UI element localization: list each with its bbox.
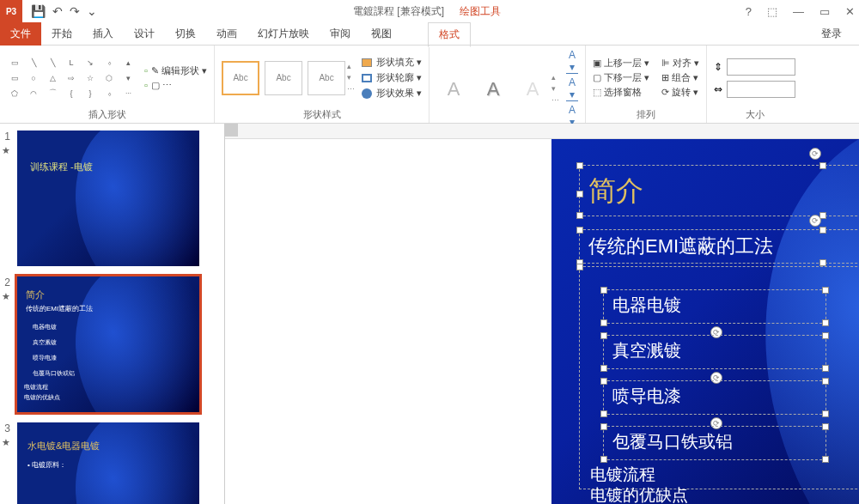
quick-access-toolbar: 💾 ↶ ↷ ⌄ (31, 4, 97, 18)
bring-forward-button[interactable]: ▣ 上移一层 ▾ (593, 57, 649, 70)
wordart-preset[interactable]: A (515, 72, 550, 106)
tab-view[interactable]: 视图 (361, 22, 402, 46)
title-bar: P3 💾 ↶ ↷ ⌄ 電鍍課程 [兼容模式] - PowerPoint 绘图工具… (0, 0, 859, 22)
maximize-icon[interactable]: ▭ (819, 5, 830, 18)
width-icon: ⇔ (714, 83, 722, 95)
horizontal-scrollbar[interactable] (225, 124, 859, 139)
width-input-row: ⇔ (714, 81, 795, 98)
send-backward-button[interactable]: ▢ 下移一层 ▾ (593, 71, 649, 84)
slide-thumbnails[interactable]: 1★ 训练课程 -电镀 2★ 简介 传统的EMI遮蔽的工法 电器电镀 真空溅镀 … (0, 124, 225, 504)
ribbon-display-icon[interactable]: ⬚ (767, 5, 777, 18)
group-label: 排列 (593, 106, 699, 121)
style-preset[interactable]: Abc (308, 61, 345, 95)
slide-canvas[interactable]: ⟳ 简介 ⟳ 传统的EMI遮蔽的工法 电器电镀 ⟳ 真空溅镀 (225, 124, 859, 504)
style-gallery[interactable]: Abc Abc Abc (222, 61, 345, 95)
qat-more-icon[interactable]: ⌄ (87, 4, 97, 18)
edit-shape-button[interactable]: ✎ 编辑形状 ▾ (144, 64, 207, 77)
tab-format[interactable]: 格式 (428, 22, 471, 47)
app-icon: P3 (0, 0, 22, 22)
shapes-gallery[interactable]: ▭╲╲L↘⬨▴ ▭○△⇨☆⬡▾ ⬠◠⌒{}⬨⋯ (7, 56, 137, 100)
edit-shape-controls: ✎ 编辑形状 ▾ ▢ ⋯ (144, 64, 207, 91)
bullet-textbox[interactable]: 包覆马口铁或铝 (603, 426, 826, 460)
slide-thumb-3[interactable]: 水电镀&电器电镀 • 电镀原料： (17, 422, 199, 504)
wordart-preset[interactable]: A (476, 72, 510, 106)
bullet-textbox[interactable]: 真空溅镀 (603, 335, 826, 369)
rotate-button[interactable]: ⟳ 旋转 ▾ (661, 86, 699, 99)
ribbon: ▭╲╲L↘⬨▴ ▭○△⇨☆⬡▾ ⬠◠⌒{}⬨⋯ ✎ 编辑形状 ▾ ▢ ⋯ 插入形… (0, 45, 859, 124)
wordart-preset[interactable]: A (436, 72, 471, 106)
align-button[interactable]: ⊫ 对齐 ▾ (661, 57, 699, 70)
group-button[interactable]: ⊞ 组合 ▾ (661, 71, 699, 84)
wordart-gallery[interactable]: A A A (436, 72, 550, 106)
text-fill-button[interactable]: A ▾ (566, 49, 578, 74)
close-icon[interactable]: ✕ (845, 5, 855, 18)
window-controls: ? ⬚ — ▭ ✕ (746, 5, 855, 18)
tab-design[interactable]: 设计 (124, 22, 165, 46)
shape-effects-button[interactable]: 形状效果 ▾ (362, 87, 422, 100)
help-icon[interactable]: ? (746, 5, 752, 18)
contextual-tab-label: 绘图工具 (447, 2, 514, 21)
title-textbox[interactable]: 简介 (579, 165, 859, 216)
ribbon-tabs: 文件 开始 插入 设计 切换 动画 幻灯片放映 审阅 视图 格式 登录 (0, 22, 859, 45)
slide[interactable]: ⟳ 简介 ⟳ 传统的EMI遮蔽的工法 电器电镀 ⟳ 真空溅镀 (551, 139, 859, 504)
animation-star-icon: ★ (0, 145, 15, 156)
group-size: ⇕ ⇔ 大小 (707, 46, 802, 123)
undo-icon[interactable]: ↶ (52, 4, 63, 18)
tab-file[interactable]: 文件 (0, 22, 41, 46)
style-preset[interactable]: Abc (222, 61, 259, 95)
group-wordart-styles: A A A ▴▾⋯ A ▾ A ▾ A ▾ 艺术字样式 (430, 46, 586, 123)
group-label: 大小 (714, 106, 795, 121)
save-icon[interactable]: 💾 (31, 4, 46, 18)
style-preset[interactable]: Abc (265, 61, 302, 95)
group-shape-styles: Abc Abc Abc ▴▾⋯ 形状填充 ▾ 形状轮廓 ▾ 形状效果 ▾ 形状样… (215, 46, 430, 123)
tab-transitions[interactable]: 切换 (165, 22, 206, 46)
height-input-row: ⇕ (714, 58, 795, 76)
text-box-button[interactable]: ▢ ⋯ (144, 80, 207, 91)
outline-icon (362, 74, 372, 82)
height-input[interactable] (727, 58, 795, 76)
thumb-number: 2 (0, 276, 15, 288)
slide-thumb-1[interactable]: 训练课程 -电镀 (17, 131, 199, 266)
redo-icon[interactable]: ↷ (70, 4, 80, 18)
main-area: 1★ 训练课程 -电镀 2★ 简介 传统的EMI遮蔽的工法 电器电镀 真空溅镀 … (0, 124, 859, 504)
effects-icon (362, 88, 372, 99)
tab-home[interactable]: 开始 (41, 22, 82, 46)
tab-insert[interactable]: 插入 (82, 22, 124, 46)
group-arrange: ▣ 上移一层 ▾ ⊫ 对齐 ▾ ▢ 下移一层 ▾ ⊞ 组合 ▾ ⬚ 选择窗格 ⟳… (586, 46, 707, 123)
height-icon: ⇕ (714, 61, 722, 73)
width-input[interactable] (727, 81, 795, 98)
login-link[interactable]: 登录 (821, 27, 859, 41)
fill-icon (362, 58, 372, 67)
animation-star-icon: ★ (0, 437, 15, 448)
minimize-icon[interactable]: — (793, 5, 804, 18)
footer-text[interactable]: 电镀流程 (590, 464, 655, 486)
group-insert-shapes: ▭╲╲L↘⬨▴ ▭○△⇨☆⬡▾ ⬠◠⌒{}⬨⋯ ✎ 编辑形状 ▾ ▢ ⋯ 插入形… (0, 46, 215, 123)
subtitle-textbox[interactable]: 传统的EMI遮蔽的工法 (579, 229, 859, 264)
thumb-number: 1 (0, 131, 15, 143)
group-label: 插入形状 (7, 106, 207, 121)
animation-star-icon: ★ (0, 291, 15, 302)
shape-outline-button[interactable]: 形状轮廓 ▾ (362, 71, 422, 84)
thumb-number: 3 (0, 422, 15, 434)
text-outline-button[interactable]: A ▾ (566, 76, 578, 101)
group-label: 形状样式 (222, 106, 422, 121)
shape-fill-button[interactable]: 形状填充 ▾ (362, 56, 422, 69)
tab-slideshow[interactable]: 幻灯片放映 (247, 22, 320, 46)
selection-pane-button[interactable]: ⬚ 选择窗格 (593, 86, 649, 99)
slide-thumb-2[interactable]: 简介 传统的EMI遮蔽的工法 电器电镀 真空溅镀 喷导电漆 包覆马口铁或铝 电镀… (17, 276, 199, 412)
footer-text[interactable]: 电镀的优缺点 (590, 484, 688, 504)
bullet-textbox[interactable]: 电器电镀 (603, 289, 826, 324)
rotate-handle-icon[interactable]: ⟳ (809, 148, 821, 160)
tab-review[interactable]: 审阅 (320, 22, 361, 46)
rotate-handle-icon[interactable]: ⟳ (809, 215, 821, 227)
tab-animations[interactable]: 动画 (206, 22, 247, 46)
bullet-textbox[interactable]: 喷导电漆 (603, 380, 826, 415)
